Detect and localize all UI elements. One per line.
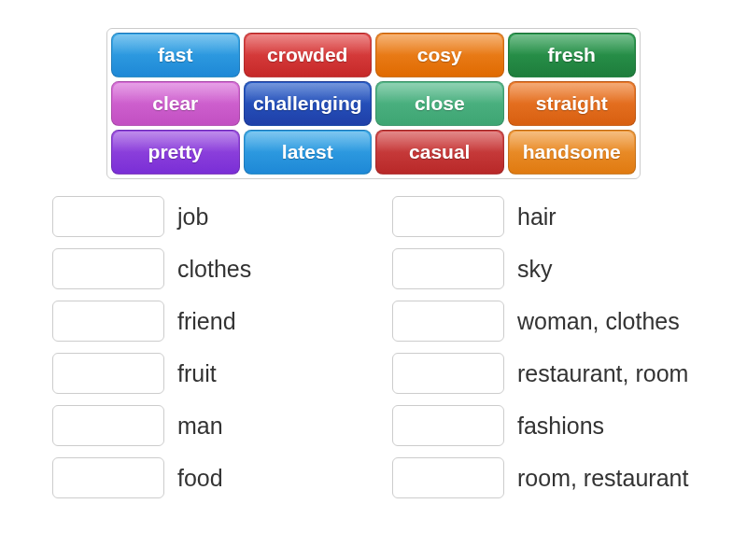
word-tile[interactable]: fast bbox=[111, 33, 240, 77]
word-tile[interactable]: close bbox=[375, 81, 504, 126]
word-bank: fast crowded cosy fresh clear challengin… bbox=[106, 28, 641, 179]
answer-label: friend bbox=[177, 308, 236, 335]
word-tile[interactable]: challenging bbox=[244, 81, 373, 126]
dropzone[interactable] bbox=[392, 301, 504, 342]
answer-row: fashions bbox=[392, 405, 728, 446]
answer-row: friend bbox=[52, 301, 388, 342]
answer-label: restaurant, room bbox=[517, 360, 688, 387]
dropzone[interactable] bbox=[52, 405, 164, 446]
dropzone[interactable] bbox=[392, 248, 504, 289]
answer-label: fashions bbox=[517, 413, 604, 440]
answer-label: hair bbox=[517, 203, 557, 231]
word-tile[interactable]: crowded bbox=[244, 33, 373, 77]
answer-row: hair bbox=[392, 196, 728, 237]
answers-grid: job hair clothes sky friend woman, cloth… bbox=[19, 196, 728, 498]
tile-label: cosy bbox=[417, 44, 462, 66]
dropzone[interactable] bbox=[52, 248, 164, 289]
tile-label: pretty bbox=[148, 141, 203, 163]
answer-row: fruit bbox=[52, 353, 388, 394]
answer-label: fruit bbox=[177, 360, 217, 387]
tile-label: casual bbox=[409, 141, 470, 163]
word-tile[interactable]: straight bbox=[508, 81, 637, 126]
answer-label: woman, clothes bbox=[517, 308, 680, 335]
answer-label: man bbox=[177, 413, 223, 440]
word-tile[interactable]: latest bbox=[244, 130, 373, 175]
tile-label: clear bbox=[152, 92, 198, 115]
answer-label: job bbox=[177, 203, 208, 231]
word-tile[interactable]: clear bbox=[111, 81, 240, 126]
tile-label: fresh bbox=[548, 44, 596, 66]
answer-row: restaurant, room bbox=[392, 353, 728, 394]
tile-label: crowded bbox=[267, 44, 347, 66]
answer-row: woman, clothes bbox=[392, 301, 728, 342]
tile-label: close bbox=[415, 92, 465, 115]
answer-label: food bbox=[177, 465, 223, 492]
tile-label: handsome bbox=[523, 141, 621, 163]
dropzone[interactable] bbox=[392, 457, 504, 498]
tile-label: fast bbox=[158, 44, 192, 66]
word-tile[interactable]: cosy bbox=[375, 33, 504, 77]
answer-label: room, restaurant bbox=[517, 465, 688, 492]
answer-row: food bbox=[52, 457, 388, 498]
dropzone[interactable] bbox=[52, 353, 164, 394]
answer-label: sky bbox=[517, 256, 553, 283]
answer-row: clothes bbox=[52, 248, 388, 289]
dropzone[interactable] bbox=[52, 301, 164, 342]
word-tile[interactable]: casual bbox=[375, 130, 504, 175]
answer-row: sky bbox=[392, 248, 728, 289]
answer-row: man bbox=[52, 405, 388, 446]
answer-row: job bbox=[52, 196, 388, 237]
word-tile[interactable]: handsome bbox=[508, 130, 637, 175]
dropzone[interactable] bbox=[392, 353, 504, 394]
dropzone[interactable] bbox=[392, 196, 504, 237]
tile-label: latest bbox=[282, 141, 333, 163]
word-tile[interactable]: fresh bbox=[508, 33, 637, 77]
dropzone[interactable] bbox=[52, 457, 164, 498]
dropzone[interactable] bbox=[52, 196, 164, 237]
tile-label: challenging bbox=[253, 92, 362, 115]
answer-row: room, restaurant bbox=[392, 457, 728, 498]
dropzone[interactable] bbox=[392, 405, 504, 446]
word-tile[interactable]: pretty bbox=[111, 130, 240, 175]
answer-label: clothes bbox=[177, 256, 251, 283]
tile-label: straight bbox=[536, 92, 608, 115]
